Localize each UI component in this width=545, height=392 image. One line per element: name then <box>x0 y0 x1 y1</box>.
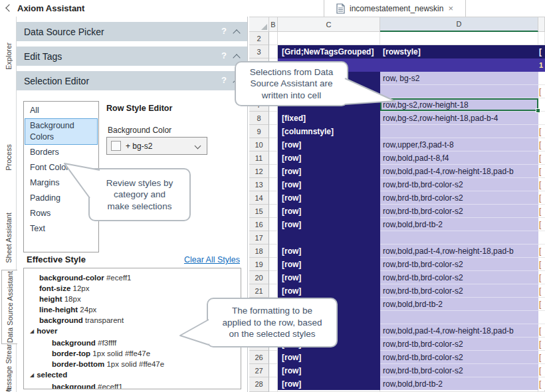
cell-E22[interactable]: [ <box>538 298 545 311</box>
cell-D2[interactable] <box>380 32 538 45</box>
cell-E17[interactable] <box>538 231 545 245</box>
rail-tab-sheet-assistant[interactable]: Sheet Assistant <box>0 211 17 264</box>
cell-D21[interactable]: row,brd-tb,brd-color-s2 <box>380 284 538 298</box>
clear-all-styles-link[interactable]: Clear All Styles <box>184 255 240 264</box>
cell-B9[interactable] <box>269 125 278 138</box>
cell-B28[interactable] <box>269 377 278 391</box>
cell-B10[interactable] <box>269 138 278 151</box>
cell-E3[interactable]: [ <box>538 45 545 58</box>
cell-D25[interactable]: row,brd-tb,brd-color-s2 <box>380 338 538 351</box>
cell-B11[interactable] <box>269 151 278 165</box>
cell-D10[interactable]: row,upper,f3,pad-t-8 <box>380 138 538 151</box>
cell-E13[interactable]: [ <box>538 178 545 191</box>
category-item-borders[interactable]: Borders <box>25 145 98 160</box>
cell-B3[interactable] <box>269 45 278 58</box>
column-header-c[interactable]: C <box>278 17 380 32</box>
row-number[interactable]: 10 <box>249 138 269 151</box>
cell-D27[interactable]: row,brd-tb,brd-color-s2 <box>380 364 538 377</box>
cell-B26[interactable] <box>269 351 278 364</box>
cell-C17[interactable] <box>278 231 380 245</box>
cell-C16[interactable]: [row] <box>278 218 380 231</box>
chevron-up-icon[interactable] <box>234 55 239 60</box>
cell-D19[interactable]: row,brd-tb,brd-color-s2 <box>380 258 538 271</box>
cell-D5[interactable]: row, bg-s2 <box>380 72 538 85</box>
cell-B8[interactable] <box>269 112 278 125</box>
cell-B12[interactable] <box>269 165 278 178</box>
row-number[interactable]: 15 <box>249 205 269 218</box>
cell-D6[interactable] <box>380 85 538 98</box>
cell-D28[interactable]: row,bold,brd-tb-2 <box>380 377 538 391</box>
cell-E5[interactable] <box>538 72 545 85</box>
cell-D26[interactable]: row,brd-tb,brd-color-s2 <box>380 351 538 364</box>
cell-B15[interactable] <box>269 205 278 218</box>
panel-header-selection-editor[interactable]: Selection Editor ? <box>17 71 247 90</box>
cell-E11[interactable]: [ <box>538 151 545 165</box>
row-number[interactable]: 13 <box>249 178 269 191</box>
cell-B14[interactable] <box>269 191 278 205</box>
cell-D18[interactable]: row,bold,pad-t-4,row-height-18,pad-b <box>380 245 538 258</box>
cell-E16[interactable]: [ <box>538 218 545 231</box>
row-number[interactable]: 20 <box>249 271 269 284</box>
cell-D15[interactable]: row,brd-tb,brd-color-s2 <box>380 205 538 218</box>
row-number[interactable]: 8 <box>249 112 269 125</box>
cell-B16[interactable] <box>269 218 278 231</box>
category-item-padding[interactable]: Padding <box>25 191 98 206</box>
cell-C18[interactable]: [row] <box>278 245 380 258</box>
cell-D20[interactable]: row,brd-tb,brd-color-s2 <box>380 271 538 284</box>
help-icon[interactable]: ? <box>221 50 227 60</box>
row-number[interactable]: 14 <box>249 191 269 205</box>
cell-E12[interactable]: [ <box>538 165 545 178</box>
help-icon[interactable]: ? <box>221 75 227 85</box>
category-item-text[interactable]: Text <box>25 221 98 237</box>
row-number[interactable]: 9 <box>249 125 269 138</box>
panel-header-edit-tags[interactable]: Edit Tags ? <box>17 47 247 66</box>
background-color-dropdown[interactable]: + bg-s2 <box>106 137 207 155</box>
cell-C3[interactable]: [Grid;NewTagsGrouped] <box>278 45 380 58</box>
category-item-font-colors[interactable]: Font Colors <box>25 160 98 175</box>
select-all-corner[interactable] <box>249 17 269 32</box>
cell-D11[interactable]: row,bold,pad-t-8,f4 <box>380 151 538 165</box>
row-number[interactable]: 21 <box>249 284 269 298</box>
cell-D9[interactable] <box>380 125 538 138</box>
cell-E28[interactable]: [ <box>538 377 545 391</box>
cell-E18[interactable]: [ <box>538 245 545 258</box>
cell-D22[interactable]: row,bold,brd-tb-2 <box>380 298 538 311</box>
row-number[interactable]: 27 <box>249 364 269 377</box>
row-number[interactable]: 2 <box>249 32 269 45</box>
cell-C10[interactable]: [row] <box>278 138 380 151</box>
cell-D23[interactable] <box>380 311 538 324</box>
cell-C21[interactable]: [row] <box>278 284 380 298</box>
row-number[interactable]: 16 <box>249 218 269 231</box>
cell-B18[interactable] <box>269 245 278 258</box>
cell-D24[interactable]: row,bold,pad-t-4,row-height-18,pad-b <box>380 324 538 338</box>
rail-tab-data-source-assistant[interactable]: Data Source Assistant <box>1 270 17 344</box>
cell-C26[interactable]: [row] <box>278 351 380 364</box>
cell-C12[interactable]: [row] <box>278 165 380 178</box>
cell-C27[interactable]: [row] <box>278 364 380 377</box>
cell-B20[interactable] <box>269 271 278 284</box>
cell-E6[interactable]: [ <box>538 85 545 98</box>
cell-B13[interactable] <box>269 178 278 191</box>
help-icon[interactable]: ? <box>221 26 227 36</box>
cell-E2[interactable] <box>538 32 545 45</box>
cell-B2[interactable] <box>269 32 278 45</box>
column-header-b[interactable]: B <box>269 17 278 32</box>
cell-E21[interactable]: [ <box>538 284 545 298</box>
row-number[interactable]: 28 <box>249 377 269 391</box>
fill-handle[interactable] <box>536 108 540 113</box>
tree-expander-icon[interactable]: ◢ <box>30 326 34 337</box>
cell-C19[interactable]: [row] <box>278 258 380 271</box>
cell-C8[interactable]: [fixed] <box>278 112 380 125</box>
document-tab[interactable]: incomestatement_newskin × <box>324 0 466 17</box>
cell-C13[interactable]: [row] <box>278 178 380 191</box>
cell-C15[interactable]: [row] <box>278 205 380 218</box>
category-item-background-colors[interactable]: Background Colors <box>25 118 98 145</box>
cell-D13[interactable]: row,brd-tb,brd-color-s2 <box>380 178 538 191</box>
back-chevron-icon[interactable] <box>5 5 13 12</box>
cell-C2[interactable] <box>278 32 380 45</box>
category-item-margins[interactable]: Margins <box>25 175 98 191</box>
cell-D16[interactable]: row,bold,brd-tb-2 <box>380 218 538 231</box>
cell-C28[interactable]: [row] <box>278 377 380 391</box>
cell-D3[interactable]: [rowstyle] <box>380 45 538 58</box>
column-header-partial[interactable] <box>538 17 545 32</box>
